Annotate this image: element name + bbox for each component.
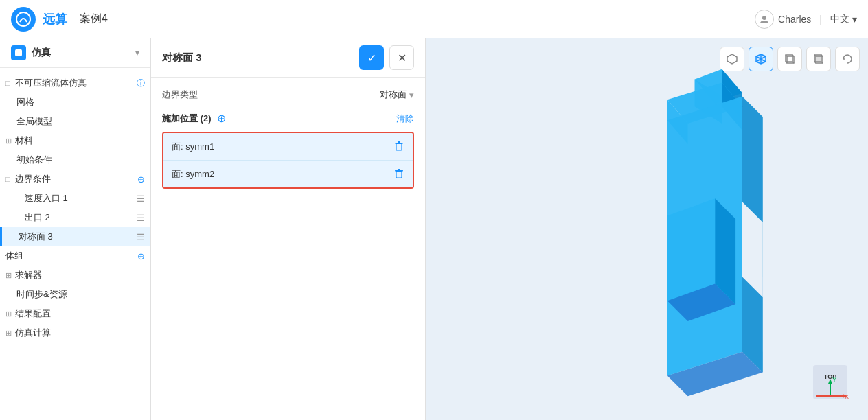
item-label: 初始条件 [16, 154, 145, 166]
item-label: 网格 [16, 96, 145, 108]
item-label: 对称面 3 [19, 231, 134, 243]
brand-name: 远算 [43, 11, 67, 27]
add-position-icon[interactable]: ⊕ [217, 112, 226, 125]
item-label: 求解器 [15, 269, 145, 281]
sidebar-item-boundary-condition[interactable]: □ 边界条件 ⊕ [0, 170, 150, 189]
svg-rect-4 [398, 141, 400, 143]
sidebar-item-simulation-calc[interactable]: ⊞ 仿真计算 [0, 323, 150, 342]
sidebar-title: 仿真 [32, 47, 51, 59]
expand-icon: □ [5, 175, 15, 183]
position-section-header: 施加位置 (2) ⊕ 清除 [162, 112, 414, 125]
topbar-divider: | [819, 14, 822, 25]
panel-header: 对称面 3 ✓ ✕ [151, 38, 425, 78]
expand-icon: ⊞ [5, 310, 15, 318]
svg-text:Y: Y [832, 376, 836, 383]
add-body-icon[interactable]: ⊕ [137, 251, 145, 261]
sidebar-item-velocity-inlet[interactable]: 速度入口 1 ☰ [0, 189, 150, 208]
sidebar-item-time-resource[interactable]: 时间步&资源 [0, 285, 150, 304]
position-list: 面: symm1 面: symm2 [162, 132, 414, 189]
check-icon: ✓ [367, 51, 376, 65]
panel-title: 对称面 3 [162, 51, 202, 65]
sidebar-item-result-config[interactable]: ⊞ 结果配置 [0, 304, 150, 323]
close-button[interactable]: ✕ [389, 45, 414, 70]
sidebar: 仿真 ▾ □ 不可压缩流体仿真 ⓘ 网格 全局模型 ⊞ 材料 初始条件 [0, 38, 151, 420]
menu-icon[interactable]: ☰ [137, 213, 145, 223]
sidebar-item-incompressible[interactable]: □ 不可压缩流体仿真 ⓘ [0, 73, 150, 93]
main-area: 仿真 ▾ □ 不可压缩流体仿真 ⓘ 网格 全局模型 ⊞ 材料 初始条件 [0, 38, 868, 420]
sidebar-header: 仿真 ▾ [0, 38, 150, 68]
delete-icon[interactable] [393, 167, 404, 180]
expand-icon: ⊞ [5, 329, 15, 338]
item-label: 材料 [15, 135, 145, 147]
panel-body: 边界类型 对称面 ▾ 施加位置 (2) ⊕ 清除 面: symm1 [151, 78, 425, 420]
boundary-type-value[interactable]: 对称面 ▾ [380, 89, 414, 101]
language-label: 中文 [830, 13, 849, 25]
item-label: 时间步&资源 [16, 288, 145, 301]
delete-icon[interactable] [393, 140, 404, 153]
position-item-symm2[interactable]: 面: symm2 [163, 161, 413, 187]
menu-icon[interactable]: ☰ [137, 194, 145, 204]
boundary-type-label: 边界类型 [162, 89, 198, 101]
language-selector[interactable]: 中文 ▾ [830, 13, 857, 25]
position-item-label: 面: symm2 [172, 168, 393, 180]
menu-icon[interactable]: ☰ [137, 232, 145, 242]
expand-icon: □ [5, 79, 15, 87]
chevron-down-icon: ▾ [852, 14, 857, 25]
sidebar-item-symmetric[interactable]: 对称面 3 ☰ [0, 227, 150, 246]
boundary-type-text: 对称面 [380, 89, 407, 101]
sidebar-header-left: 仿真 [11, 45, 51, 60]
item-label: 体组 [5, 250, 135, 262]
logo-icon [11, 7, 36, 32]
sidebar-item-initial-condition[interactable]: 初始条件 [0, 150, 150, 170]
sidebar-item-solver[interactable]: ⊞ 求解器 [0, 266, 150, 285]
topbar-right: Charles | 中文 ▾ [755, 10, 857, 29]
user-info[interactable]: Charles [755, 10, 811, 29]
viewport[interactable]: TOP Y X [426, 38, 868, 420]
confirm-button[interactable]: ✓ [359, 45, 384, 70]
item-label: 结果配置 [15, 307, 145, 320]
item-label: 不可压缩流体仿真 [15, 77, 134, 89]
case-name: 案例4 [80, 12, 108, 26]
sidebar-content: □ 不可压缩流体仿真 ⓘ 网格 全局模型 ⊞ 材料 初始条件 □ 边界条件 ⊕ [0, 68, 150, 420]
item-label: 边界条件 [15, 173, 135, 185]
chevron-down-icon: ▾ [409, 90, 414, 100]
panel-header-actions: ✓ ✕ [359, 45, 414, 70]
item-label: 出口 2 [25, 211, 134, 224]
item-label: 速度入口 1 [25, 192, 134, 205]
svg-text:X: X [845, 393, 849, 400]
axis-widget: TOP Y X [806, 358, 854, 406]
3d-model [426, 38, 868, 420]
sidebar-item-global-model[interactable]: 全局模型 [0, 112, 150, 131]
sidebar-item-material[interactable]: ⊞ 材料 [0, 131, 150, 150]
position-item-label: 面: symm1 [172, 141, 393, 153]
svg-rect-8 [398, 169, 400, 170]
svg-point-1 [762, 16, 766, 20]
svg-marker-38 [667, 198, 715, 301]
simulation-icon [11, 45, 26, 60]
user-name: Charles [778, 14, 811, 25]
sidebar-item-mesh[interactable]: 网格 [0, 93, 150, 112]
boundary-panel: 对称面 3 ✓ ✕ 边界类型 对称面 ▾ 施加位置 (2) [151, 38, 426, 420]
position-section-title: 施加位置 (2) [162, 113, 212, 125]
item-label: 全局模型 [16, 115, 145, 128]
boundary-type-row: 边界类型 对称面 ▾ [162, 89, 414, 101]
sidebar-item-body-group[interactable]: 体组 ⊕ [0, 246, 150, 266]
sidebar-collapse-icon[interactable]: ▾ [135, 48, 139, 58]
topbar-left: 远算 案例4 [11, 7, 108, 32]
svg-rect-2 [15, 49, 22, 56]
expand-icon: ⊞ [5, 137, 15, 145]
add-boundary-icon[interactable]: ⊕ [137, 174, 145, 185]
info-icon: ⓘ [137, 78, 145, 89]
user-avatar [755, 10, 774, 29]
item-label: 仿真计算 [15, 327, 145, 339]
sidebar-item-outlet[interactable]: 出口 2 ☰ [0, 208, 150, 227]
position-item-symm1[interactable]: 面: symm1 [163, 133, 413, 161]
clear-button[interactable]: 清除 [396, 113, 414, 125]
topbar: 远算 案例4 Charles | 中文 ▾ [0, 0, 868, 38]
close-icon: ✕ [398, 51, 407, 65]
expand-icon: ⊞ [5, 271, 15, 280]
